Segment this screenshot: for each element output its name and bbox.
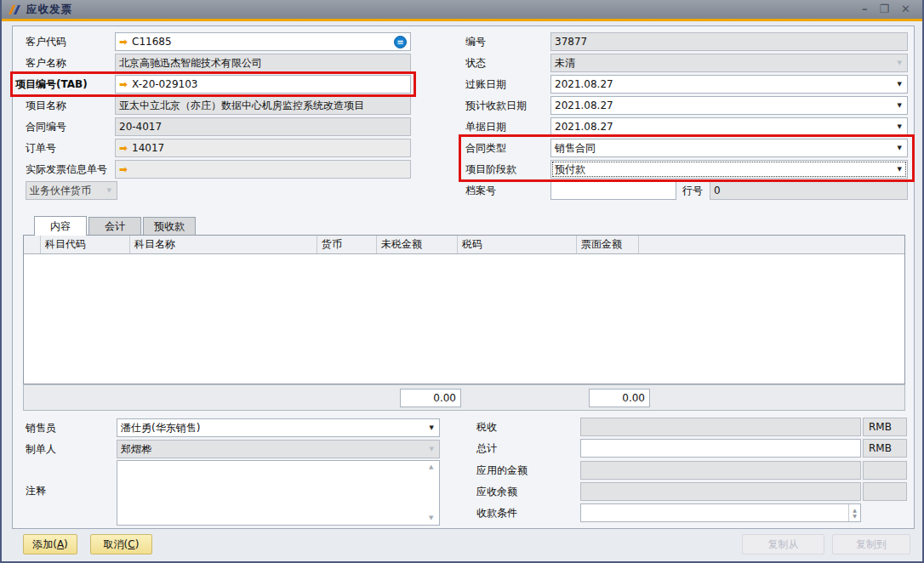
maximize-icon[interactable]: ❐ [879, 1, 889, 18]
project-name-value: 亚太中立北京（亦庄）数据中心机房监控系统改造项目 [119, 99, 364, 113]
expected-date-label: 预计收款日期 [465, 96, 527, 115]
minimize-icon[interactable]: – [862, 1, 868, 18]
project-stage-label: 项目阶段款 [465, 160, 516, 179]
project-no-label: 项目编号(TAB) [15, 75, 88, 94]
expected-date-value: 2021.08.27 [555, 100, 613, 111]
project-stage-field[interactable]: 预付款 [550, 160, 908, 179]
status-label: 状态 [465, 54, 486, 72]
table-header-row: 科目代码 科目名称 货币 未税金额 税码 票面金额 [24, 236, 904, 254]
posting-date-field[interactable]: 2021.08.27 [550, 75, 908, 94]
order-no-field[interactable]: ➡ 14017 [115, 139, 411, 157]
status-field: 未清 [550, 54, 908, 72]
salesperson-label: 销售员 [26, 418, 56, 437]
salesperson-value: 潘仕勇(华东销售) [121, 421, 200, 435]
tab-accounting[interactable]: 会计 [88, 217, 141, 235]
col-untaxed: 未税金额 [377, 236, 458, 253]
link-arrow-icon[interactable]: ➡ [119, 75, 128, 94]
link-arrow-icon[interactable]: ➡ [119, 32, 128, 51]
payment-terms-field[interactable]: ▲ ▼ [580, 503, 861, 522]
payment-terms-spinner: ▲ ▼ [848, 504, 860, 521]
creator-field: 郑熠桦 [117, 440, 440, 458]
remarks-label: 注释 [26, 481, 46, 500]
balance-due-field [580, 482, 861, 501]
contract-type-label: 合同类型 [465, 139, 506, 157]
remarks-textarea[interactable] [117, 460, 440, 526]
applied-amount-field [580, 461, 861, 480]
posting-date-label: 过账日期 [465, 75, 506, 94]
total-label: 总计 [476, 439, 497, 458]
customer-name-field: 北京高驰迅杰智能技术有限公司 [115, 54, 411, 72]
order-no-label: 订单号 [26, 139, 56, 157]
salesperson-dropdown[interactable]: 潘仕勇(华东销售) [117, 418, 440, 437]
col-tax-code: 税码 [458, 236, 577, 253]
doc-date-field[interactable]: 2021.08.27 [550, 117, 908, 136]
window-title: 应收发票 [26, 3, 72, 17]
cancel-button-text: 取消( [104, 538, 128, 550]
project-name-field: 亚太中立北京（亦庄）数据中心机房监控系统改造项目 [115, 96, 411, 115]
copy-from-button: 复制从 [742, 534, 824, 554]
col-account-code: 科目代码 [41, 236, 130, 253]
customer-code-label: 客户代码 [26, 32, 66, 51]
col-face-amount: 票面金额 [577, 236, 639, 253]
archive-no-input[interactable] [550, 181, 676, 200]
spinner-down-icon[interactable]: ▼ [853, 513, 857, 519]
applied-amount-label: 应用的金额 [476, 461, 528, 480]
total-input[interactable] [580, 439, 861, 458]
expected-date-field[interactable]: 2021.08.27 [550, 96, 908, 115]
line-no-field: 0 [710, 181, 908, 200]
title-bar: 应收发票 – ❐ ✕ [2, 0, 922, 19]
total-currency-box: RMB [863, 439, 907, 458]
tax-label: 税收 [476, 418, 497, 436]
doc-date-label: 单据日期 [465, 117, 506, 136]
add-button[interactable]: 添加(A) [23, 534, 77, 554]
project-no-value: X-20-029103 [132, 78, 197, 90]
tax-field [580, 418, 861, 436]
untaxed-total-box: 0.00 [400, 389, 461, 407]
customer-name-label: 客户名称 [26, 54, 66, 72]
contract-no-value: 20-4017 [119, 121, 162, 133]
applied-amount-currency-box [863, 461, 907, 480]
contract-no-label: 合同编号 [26, 117, 66, 136]
add-button-mnemonic: A [57, 538, 64, 550]
doc-no-value: 37877 [555, 36, 587, 48]
line-no-label: 行号 [682, 181, 703, 200]
archive-no-label: 档案号 [465, 181, 496, 200]
choose-from-list-icon[interactable]: ≡ [394, 36, 407, 48]
table-footer-strip [23, 384, 905, 411]
copy-to-button: 复制到 [832, 534, 910, 554]
tax-currency-box: RMB [863, 418, 907, 436]
cancel-button[interactable]: 取消(C) [90, 534, 152, 554]
project-no-field[interactable]: ➡ X-20-029103 [115, 75, 411, 94]
doc-date-value: 2021.08.27 [555, 121, 613, 133]
face-amount-total-box: 0.00 [589, 389, 650, 407]
creator-label: 制单人 [26, 440, 56, 458]
payment-terms-label: 收款条件 [476, 503, 517, 522]
close-icon[interactable]: ✕ [901, 1, 910, 18]
col-rownum [24, 236, 41, 253]
tab-advance[interactable]: 预收款 [143, 217, 196, 235]
ar-invoice-window: { "titlebar": { "title": "应收发票" }, "wind… [0, 0, 924, 563]
contract-type-value: 销售合同 [555, 141, 596, 156]
tab-content[interactable]: 内容 [34, 216, 87, 236]
contract-type-field[interactable]: 销售合同 [550, 139, 908, 157]
order-no-value: 14017 [132, 142, 164, 154]
customer-code-field[interactable]: ➡ C11685 ≡ [115, 32, 411, 51]
customer-code-value: C11685 [132, 36, 172, 48]
scroll-up-icon: ▲ [429, 463, 433, 470]
balance-due-label: 应收余额 [476, 482, 517, 501]
status-value: 未清 [555, 56, 575, 71]
add-button-text: 添加( [32, 538, 57, 550]
contract-no-field: 20-4017 [115, 117, 411, 136]
link-arrow-icon[interactable]: ➡ [119, 139, 128, 157]
app-icon [7, 3, 21, 16]
scroll-down-icon: ▼ [429, 515, 433, 521]
spinner-up-icon[interactable]: ▲ [853, 507, 857, 513]
link-arrow-icon[interactable]: ➡ [119, 160, 128, 179]
actual-invoice-no-field[interactable]: ➡ [115, 160, 411, 179]
project-name-label: 项目名称 [26, 96, 66, 115]
bp-currency-label: 业务伙伴货币 [30, 184, 91, 198]
col-currency: 货币 [317, 236, 377, 253]
doc-no-label: 编号 [465, 32, 486, 51]
posting-date-value: 2021.08.27 [555, 78, 613, 90]
line-items-table: 科目代码 科目名称 货币 未税金额 税码 票面金额 [23, 235, 905, 384]
